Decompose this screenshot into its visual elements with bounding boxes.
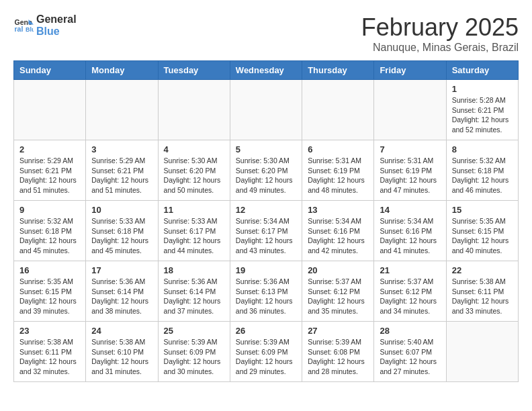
day-cell: 2Sunrise: 5:29 AM Sunset: 6:21 PM Daylig…	[14, 140, 86, 201]
week-row-3: 16Sunrise: 5:35 AM Sunset: 6:15 PM Dayli…	[14, 261, 519, 322]
day-number: 14	[380, 205, 440, 215]
day-cell	[14, 80, 86, 140]
day-cell: 24Sunrise: 5:38 AM Sunset: 6:10 PM Dayli…	[86, 322, 158, 382]
calendar-title-area: February 2025 Nanuque, Minas Gerais, Bra…	[361, 13, 519, 54]
day-info: Sunrise: 5:33 AM Sunset: 6:17 PM Dayligh…	[164, 216, 224, 256]
weekday-header-saturday: Saturday	[446, 61, 518, 80]
day-info: Sunrise: 5:34 AM Sunset: 6:16 PM Dayligh…	[380, 216, 440, 256]
weekday-header-row: SundayMondayTuesdayWednesdayThursdayFrid…	[14, 61, 519, 80]
day-cell: 6Sunrise: 5:31 AM Sunset: 6:19 PM Daylig…	[302, 140, 374, 201]
day-number: 6	[308, 144, 368, 154]
calendar-table: SundayMondayTuesdayWednesdayThursdayFrid…	[13, 60, 519, 382]
day-info: Sunrise: 5:37 AM Sunset: 6:12 PM Dayligh…	[380, 277, 440, 316]
day-cell	[446, 322, 518, 382]
day-cell	[86, 80, 158, 140]
day-info: Sunrise: 5:28 AM Sunset: 6:21 PM Dayligh…	[452, 95, 513, 135]
weekday-header-friday: Friday	[374, 61, 446, 80]
day-cell: 26Sunrise: 5:39 AM Sunset: 6:09 PM Dayli…	[230, 322, 302, 382]
week-row-2: 9Sunrise: 5:32 AM Sunset: 6:18 PM Daylig…	[14, 201, 519, 261]
day-number: 8	[452, 144, 513, 154]
logo-line2: Blue	[36, 26, 77, 38]
day-number: 12	[236, 205, 296, 215]
day-number: 27	[308, 326, 368, 336]
day-cell: 10Sunrise: 5:33 AM Sunset: 6:18 PM Dayli…	[86, 201, 158, 261]
day-cell: 25Sunrise: 5:39 AM Sunset: 6:09 PM Dayli…	[158, 322, 230, 382]
day-cell: 14Sunrise: 5:34 AM Sunset: 6:16 PM Dayli…	[374, 201, 446, 261]
day-number: 20	[308, 265, 368, 275]
day-number: 3	[91, 144, 152, 154]
day-cell: 1Sunrise: 5:28 AM Sunset: 6:21 PM Daylig…	[446, 80, 518, 140]
day-cell: 20Sunrise: 5:37 AM Sunset: 6:12 PM Dayli…	[302, 261, 374, 322]
day-cell: 21Sunrise: 5:37 AM Sunset: 6:12 PM Dayli…	[374, 261, 446, 322]
day-number: 22	[452, 265, 513, 275]
day-number: 13	[308, 205, 368, 215]
day-info: Sunrise: 5:31 AM Sunset: 6:19 PM Dayligh…	[308, 156, 368, 195]
location-title: Nanuque, Minas Gerais, Brazil	[361, 42, 519, 54]
day-info: Sunrise: 5:38 AM Sunset: 6:11 PM Dayligh…	[452, 277, 513, 316]
weekday-header-wednesday: Wednesday	[230, 61, 302, 80]
day-cell: 27Sunrise: 5:39 AM Sunset: 6:08 PM Dayli…	[302, 322, 374, 382]
day-cell: 9Sunrise: 5:32 AM Sunset: 6:18 PM Daylig…	[14, 201, 86, 261]
day-info: Sunrise: 5:35 AM Sunset: 6:15 PM Dayligh…	[19, 277, 80, 316]
day-info: Sunrise: 5:36 AM Sunset: 6:14 PM Dayligh…	[91, 277, 152, 316]
day-info: Sunrise: 5:39 AM Sunset: 6:09 PM Dayligh…	[236, 337, 296, 377]
day-number: 26	[236, 326, 296, 336]
day-info: Sunrise: 5:30 AM Sunset: 6:20 PM Dayligh…	[236, 156, 296, 195]
day-info: Sunrise: 5:36 AM Sunset: 6:13 PM Dayligh…	[236, 277, 296, 316]
svg-text:ral: ral	[15, 25, 24, 33]
logo-icon: Gene ral Blue	[13, 15, 34, 36]
day-number: 1	[452, 84, 513, 94]
day-info: Sunrise: 5:31 AM Sunset: 6:19 PM Dayligh…	[380, 156, 440, 195]
day-cell: 12Sunrise: 5:34 AM Sunset: 6:17 PM Dayli…	[230, 201, 302, 261]
page-header: Gene ral Blue General Blue February 2025…	[13, 13, 519, 54]
day-info: Sunrise: 5:29 AM Sunset: 6:21 PM Dayligh…	[91, 156, 152, 195]
month-title: February 2025	[361, 13, 519, 42]
day-cell	[230, 80, 302, 140]
day-info: Sunrise: 5:39 AM Sunset: 6:09 PM Dayligh…	[164, 337, 224, 377]
day-cell: 3Sunrise: 5:29 AM Sunset: 6:21 PM Daylig…	[86, 140, 158, 201]
day-number: 25	[164, 326, 224, 336]
day-number: 19	[236, 265, 296, 275]
week-row-4: 23Sunrise: 5:38 AM Sunset: 6:11 PM Dayli…	[14, 322, 519, 382]
day-cell: 13Sunrise: 5:34 AM Sunset: 6:16 PM Dayli…	[302, 201, 374, 261]
day-info: Sunrise: 5:37 AM Sunset: 6:12 PM Dayligh…	[308, 277, 368, 316]
day-info: Sunrise: 5:38 AM Sunset: 6:11 PM Dayligh…	[19, 337, 80, 377]
weekday-header-sunday: Sunday	[14, 61, 86, 80]
day-info: Sunrise: 5:40 AM Sunset: 6:07 PM Dayligh…	[380, 337, 440, 377]
day-cell: 22Sunrise: 5:38 AM Sunset: 6:11 PM Dayli…	[446, 261, 518, 322]
day-number: 24	[91, 326, 152, 336]
day-cell: 28Sunrise: 5:40 AM Sunset: 6:07 PM Dayli…	[374, 322, 446, 382]
day-cell: 15Sunrise: 5:35 AM Sunset: 6:15 PM Dayli…	[446, 201, 518, 261]
day-number: 4	[164, 144, 224, 154]
day-info: Sunrise: 5:32 AM Sunset: 6:18 PM Dayligh…	[19, 216, 80, 256]
day-number: 21	[380, 265, 440, 275]
day-info: Sunrise: 5:29 AM Sunset: 6:21 PM Dayligh…	[19, 156, 80, 195]
week-row-0: 1Sunrise: 5:28 AM Sunset: 6:21 PM Daylig…	[14, 80, 519, 140]
day-info: Sunrise: 5:33 AM Sunset: 6:18 PM Dayligh…	[91, 216, 152, 256]
day-info: Sunrise: 5:35 AM Sunset: 6:15 PM Dayligh…	[452, 216, 513, 256]
day-info: Sunrise: 5:30 AM Sunset: 6:20 PM Dayligh…	[164, 156, 224, 195]
day-number: 2	[19, 144, 80, 154]
day-number: 15	[452, 205, 513, 215]
weekday-header-monday: Monday	[86, 61, 158, 80]
day-number: 10	[91, 205, 152, 215]
day-cell: 11Sunrise: 5:33 AM Sunset: 6:17 PM Dayli…	[158, 201, 230, 261]
day-cell: 4Sunrise: 5:30 AM Sunset: 6:20 PM Daylig…	[158, 140, 230, 201]
svg-text:Blue: Blue	[26, 26, 34, 33]
day-info: Sunrise: 5:39 AM Sunset: 6:08 PM Dayligh…	[308, 337, 368, 377]
day-cell: 7Sunrise: 5:31 AM Sunset: 6:19 PM Daylig…	[374, 140, 446, 201]
week-row-1: 2Sunrise: 5:29 AM Sunset: 6:21 PM Daylig…	[14, 140, 519, 201]
day-number: 28	[380, 326, 440, 336]
logo-line1: General	[36, 13, 77, 26]
day-cell: 17Sunrise: 5:36 AM Sunset: 6:14 PM Dayli…	[86, 261, 158, 322]
day-number: 16	[19, 265, 80, 275]
day-number: 11	[164, 205, 224, 215]
day-number: 7	[380, 144, 440, 154]
day-cell	[302, 80, 374, 140]
day-info: Sunrise: 5:34 AM Sunset: 6:16 PM Dayligh…	[308, 216, 368, 256]
day-cell: 19Sunrise: 5:36 AM Sunset: 6:13 PM Dayli…	[230, 261, 302, 322]
day-info: Sunrise: 5:36 AM Sunset: 6:14 PM Dayligh…	[164, 277, 224, 316]
day-cell: 5Sunrise: 5:30 AM Sunset: 6:20 PM Daylig…	[230, 140, 302, 201]
weekday-header-thursday: Thursday	[302, 61, 374, 80]
day-cell: 23Sunrise: 5:38 AM Sunset: 6:11 PM Dayli…	[14, 322, 86, 382]
